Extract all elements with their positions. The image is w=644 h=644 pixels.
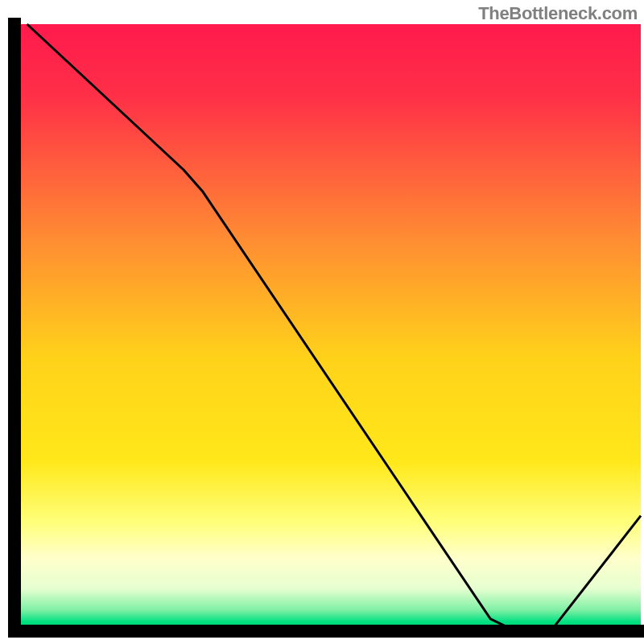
chart-background: [14, 24, 641, 631]
chart-container: { "attribution": "TheBottleneck.com", "c…: [0, 0, 644, 644]
bottleneck-chart: [0, 0, 644, 644]
